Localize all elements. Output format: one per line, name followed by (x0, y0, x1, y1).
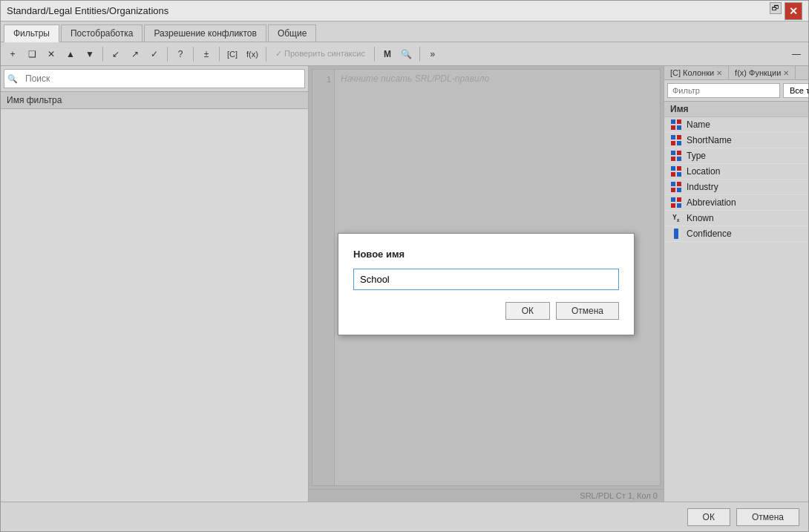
left-panel: 🔍 Имя фильтра (1, 66, 309, 502)
title-bar: Standard/Legal Entities/Organizations 🗗 … (1, 1, 808, 22)
separator-3 (193, 47, 194, 62)
column-icon (670, 182, 682, 192)
list-item[interactable]: Type (664, 148, 808, 164)
list-item[interactable]: Name (664, 117, 808, 133)
minimize-button[interactable]: — (787, 45, 805, 63)
column-icon (670, 119, 682, 130)
up-icon: ▲ (66, 49, 75, 59)
column-name: Confidence (687, 229, 732, 239)
column-name: Location (687, 166, 720, 177)
right-panel: [C] Колонки ✕ f(x) Функции ✕ Все типы Им… (664, 66, 808, 502)
list-item[interactable]: Abbreviation (664, 195, 808, 211)
type-select[interactable]: Все типы (783, 83, 808, 98)
column-name: Industry (687, 182, 718, 192)
up-button[interactable]: ▲ (62, 45, 79, 63)
columns-list: Имя Name ShortName Type Location (664, 102, 808, 502)
help-button[interactable]: ? (171, 45, 189, 63)
cancel-button[interactable]: Отмена (736, 508, 799, 526)
column-icon: Yx (670, 213, 682, 223)
delete-button[interactable]: ✕ (42, 45, 60, 63)
list-item[interactable]: YxKnown (664, 211, 808, 226)
modal-cancel-button[interactable]: Отмена (556, 302, 619, 320)
tab-general[interactable]: Общие (268, 24, 316, 42)
column-name: ShortName (687, 135, 732, 145)
separator-4 (219, 47, 220, 62)
modal-dialog: Новое имя ОК Отмена (338, 233, 635, 335)
separator-7 (419, 47, 420, 62)
column-icon (670, 166, 682, 177)
main-window: Standard/Legal Entities/Organizations 🗗 … (0, 0, 809, 532)
search-wrapper: 🔍 (4, 69, 305, 88)
right-filter-input[interactable] (667, 83, 780, 98)
right-panel-filter: Все типы (664, 80, 808, 102)
column-name: Type (687, 151, 706, 161)
modal-overlay: Новое имя ОК Отмена (309, 66, 664, 502)
close-button-top[interactable]: ✕ (785, 2, 802, 20)
check-button[interactable]: ✓ (145, 45, 163, 63)
separator-2 (167, 47, 168, 62)
tab-functions[interactable]: f(x) Функции ✕ (729, 66, 796, 79)
down-icon: ▼ (85, 49, 94, 59)
column-name: Abbreviation (687, 197, 736, 208)
modal-buttons: ОК Отмена (353, 302, 619, 320)
add-sub-button[interactable]: ± (197, 45, 215, 63)
toolbar: + ❑ ✕ ▲ ▼ ↙ ↗ ✓ ? ± [C] f(x) (1, 42, 808, 66)
right-panel-tabs: [C] Колонки ✕ f(x) Функции ✕ (664, 66, 808, 80)
main-content: 🔍 Имя фильтра 1 Начните писать SRL/PDL-п… (1, 66, 808, 502)
bottom-bar: ОК Отмена (1, 502, 808, 531)
list-item[interactable]: ShortName (664, 133, 808, 148)
restore-button[interactable]: 🗗 (770, 2, 782, 14)
columns-tab-close[interactable]: ✕ (716, 69, 722, 77)
check-icon: ✓ (151, 49, 158, 59)
column-icon (670, 229, 682, 239)
modal-name-input[interactable] (353, 269, 619, 290)
separator-5 (266, 47, 266, 62)
column-icon (670, 135, 682, 145)
tabs-bar: Фильтры Постобработка Разрешение конфлик… (1, 22, 808, 42)
delete-icon: ✕ (48, 49, 55, 59)
search-input[interactable] (21, 71, 301, 86)
tab-postprocessing[interactable]: Постобработка (61, 24, 143, 42)
m-button[interactable]: M (379, 45, 396, 63)
modal-ok-button[interactable]: ОК (505, 302, 550, 320)
filter-list (1, 109, 308, 502)
column-name: Name (687, 119, 710, 130)
modal-title: Новое имя (353, 249, 619, 260)
down-button[interactable]: ▼ (81, 45, 99, 63)
func-button[interactable]: f(x) (243, 45, 262, 63)
tab-filters[interactable]: Фильтры (4, 24, 59, 42)
tab-columns[interactable]: [C] Колонки ✕ (664, 66, 729, 79)
functions-tab-close[interactable]: ✕ (783, 69, 789, 77)
search-button[interactable]: 🔍 (398, 45, 416, 63)
filter-list-header: Имя фильтра (1, 92, 308, 109)
title-buttons: 🗗 ✕ (770, 2, 802, 20)
search-box: 🔍 (1, 66, 308, 92)
window-title: Standard/Legal Entities/Organizations (7, 5, 168, 16)
column-icon (670, 151, 682, 161)
list-item[interactable]: Industry (664, 180, 808, 195)
columns-header: Имя (664, 102, 808, 117)
export-button[interactable]: ↗ (126, 45, 144, 63)
ok-button[interactable]: ОК (687, 508, 730, 526)
center-panel: 1 Начните писать SRL/PDL-правило SRL/PDL… (309, 66, 664, 502)
add-sub-icon: ± (204, 49, 209, 59)
copy-button[interactable]: ❑ (23, 45, 41, 63)
more-button[interactable]: » (424, 45, 442, 63)
add-button[interactable]: + (4, 45, 22, 63)
separator-1 (102, 47, 103, 62)
search-icon: 🔍 (401, 49, 412, 59)
search-icon-small: 🔍 (7, 74, 18, 84)
column-icon (670, 197, 682, 208)
column-name: Known (687, 213, 714, 223)
help-icon: ? (178, 49, 183, 59)
import-icon: ↙ (112, 49, 119, 59)
separator-6 (374, 47, 375, 62)
syntax-check-button[interactable]: ✓ Проверить синтаксис (270, 45, 370, 63)
list-item[interactable]: Location (664, 164, 808, 180)
copy-icon: ❑ (28, 49, 36, 59)
export-icon: ↗ (131, 49, 139, 59)
list-item[interactable]: Confidence (664, 226, 808, 242)
bracket-c-button[interactable]: [C] (223, 45, 241, 63)
tab-conflict-resolution[interactable]: Разрешение конфликтов (144, 24, 266, 42)
import-button[interactable]: ↙ (107, 45, 125, 63)
